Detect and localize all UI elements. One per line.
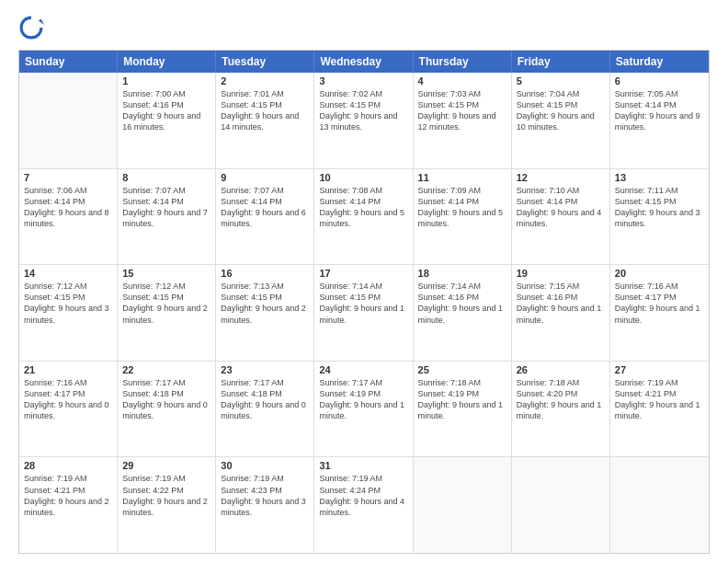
- day-header-friday: Friday: [512, 51, 610, 73]
- day-cell-15: 15Sunrise: 7:12 AM Sunset: 4:15 PM Dayli…: [118, 265, 216, 361]
- day-info: Sunrise: 7:07 AM Sunset: 4:14 PM Dayligh…: [221, 185, 309, 230]
- day-info: Sunrise: 7:14 AM Sunset: 4:16 PM Dayligh…: [418, 281, 506, 326]
- day-number: 12: [517, 172, 605, 183]
- day-info: Sunrise: 7:17 AM Sunset: 4:18 PM Dayligh…: [221, 377, 309, 422]
- day-info: Sunrise: 7:18 AM Sunset: 4:20 PM Dayligh…: [517, 377, 605, 422]
- day-info: Sunrise: 7:14 AM Sunset: 4:15 PM Dayligh…: [319, 281, 407, 326]
- day-number: 31: [319, 460, 407, 471]
- day-number: 25: [418, 364, 506, 375]
- day-info: Sunrise: 7:01 AM Sunset: 4:15 PM Dayligh…: [221, 88, 309, 133]
- day-cell-10: 10Sunrise: 7:08 AM Sunset: 4:14 PM Dayli…: [314, 169, 413, 265]
- day-cell-4: 4Sunrise: 7:03 AM Sunset: 4:15 PM Daylig…: [414, 73, 512, 168]
- day-cell-6: 6Sunrise: 7:05 AM Sunset: 4:14 PM Daylig…: [610, 73, 709, 168]
- day-info: Sunrise: 7:19 AM Sunset: 4:24 PM Dayligh…: [319, 473, 407, 518]
- day-cell-28: 28Sunrise: 7:19 AM Sunset: 4:21 PM Dayli…: [19, 457, 118, 553]
- day-cell-23: 23Sunrise: 7:17 AM Sunset: 4:18 PM Dayli…: [216, 362, 314, 457]
- day-number: 24: [319, 364, 407, 375]
- day-number: 2: [221, 75, 309, 86]
- day-number: 13: [615, 172, 704, 183]
- day-info: Sunrise: 7:12 AM Sunset: 4:15 PM Dayligh…: [24, 281, 112, 326]
- day-cell-2: 2Sunrise: 7:01 AM Sunset: 4:15 PM Daylig…: [216, 73, 314, 168]
- logo: [18, 15, 48, 40]
- empty-cell: [19, 73, 118, 168]
- calendar-week-1: 1Sunrise: 7:00 AM Sunset: 4:16 PM Daylig…: [19, 73, 709, 169]
- day-header-monday: Monday: [118, 51, 216, 73]
- day-number: 30: [221, 460, 309, 471]
- calendar-week-2: 7Sunrise: 7:06 AM Sunset: 4:14 PM Daylig…: [19, 169, 709, 266]
- day-info: Sunrise: 7:04 AM Sunset: 4:15 PM Dayligh…: [517, 88, 605, 133]
- day-info: Sunrise: 7:19 AM Sunset: 4:22 PM Dayligh…: [122, 473, 210, 518]
- day-info: Sunrise: 7:19 AM Sunset: 4:21 PM Dayligh…: [24, 473, 112, 518]
- empty-cell: [512, 457, 610, 553]
- day-number: 19: [517, 268, 605, 279]
- empty-cell: [414, 457, 512, 553]
- header: [18, 15, 710, 40]
- day-header-saturday: Saturday: [610, 51, 709, 73]
- day-number: 18: [418, 268, 506, 279]
- day-number: 29: [122, 460, 210, 471]
- day-cell-19: 19Sunrise: 7:15 AM Sunset: 4:16 PM Dayli…: [512, 265, 610, 361]
- day-info: Sunrise: 7:13 AM Sunset: 4:15 PM Dayligh…: [221, 281, 309, 326]
- calendar-week-5: 28Sunrise: 7:19 AM Sunset: 4:21 PM Dayli…: [19, 457, 709, 553]
- day-cell-26: 26Sunrise: 7:18 AM Sunset: 4:20 PM Dayli…: [512, 362, 610, 457]
- calendar-week-4: 21Sunrise: 7:16 AM Sunset: 4:17 PM Dayli…: [19, 362, 709, 458]
- day-cell-7: 7Sunrise: 7:06 AM Sunset: 4:14 PM Daylig…: [19, 169, 118, 265]
- day-number: 3: [319, 75, 407, 86]
- day-info: Sunrise: 7:16 AM Sunset: 4:17 PM Dayligh…: [24, 377, 112, 422]
- day-cell-30: 30Sunrise: 7:19 AM Sunset: 4:23 PM Dayli…: [216, 457, 314, 553]
- day-header-tuesday: Tuesday: [216, 51, 314, 73]
- day-info: Sunrise: 7:06 AM Sunset: 4:14 PM Dayligh…: [24, 185, 112, 230]
- day-number: 5: [517, 75, 605, 86]
- logo-icon: [18, 15, 44, 40]
- day-info: Sunrise: 7:10 AM Sunset: 4:14 PM Dayligh…: [517, 185, 605, 230]
- day-info: Sunrise: 7:17 AM Sunset: 4:18 PM Dayligh…: [122, 377, 210, 422]
- day-number: 28: [24, 460, 112, 471]
- day-cell-5: 5Sunrise: 7:04 AM Sunset: 4:15 PM Daylig…: [512, 73, 610, 168]
- day-cell-1: 1Sunrise: 7:00 AM Sunset: 4:16 PM Daylig…: [118, 73, 216, 168]
- day-cell-17: 17Sunrise: 7:14 AM Sunset: 4:15 PM Dayli…: [314, 265, 413, 361]
- day-cell-9: 9Sunrise: 7:07 AM Sunset: 4:14 PM Daylig…: [216, 169, 314, 265]
- day-number: 11: [418, 172, 506, 183]
- day-cell-12: 12Sunrise: 7:10 AM Sunset: 4:14 PM Dayli…: [512, 169, 610, 265]
- day-info: Sunrise: 7:17 AM Sunset: 4:19 PM Dayligh…: [319, 377, 407, 422]
- day-cell-18: 18Sunrise: 7:14 AM Sunset: 4:16 PM Dayli…: [414, 265, 512, 361]
- day-info: Sunrise: 7:12 AM Sunset: 4:15 PM Dayligh…: [122, 281, 210, 326]
- day-number: 15: [122, 268, 210, 279]
- day-number: 22: [122, 364, 210, 375]
- day-cell-11: 11Sunrise: 7:09 AM Sunset: 4:14 PM Dayli…: [414, 169, 512, 265]
- day-info: Sunrise: 7:02 AM Sunset: 4:15 PM Dayligh…: [319, 88, 407, 133]
- day-info: Sunrise: 7:03 AM Sunset: 4:15 PM Dayligh…: [418, 88, 506, 133]
- day-number: 9: [221, 172, 309, 183]
- day-info: Sunrise: 7:18 AM Sunset: 4:19 PM Dayligh…: [418, 377, 506, 422]
- day-header-sunday: Sunday: [19, 51, 118, 73]
- day-cell-13: 13Sunrise: 7:11 AM Sunset: 4:15 PM Dayli…: [610, 169, 709, 265]
- day-cell-27: 27Sunrise: 7:19 AM Sunset: 4:21 PM Dayli…: [610, 362, 709, 457]
- page: SundayMondayTuesdayWednesdayThursdayFrid…: [0, 0, 728, 563]
- day-info: Sunrise: 7:00 AM Sunset: 4:16 PM Dayligh…: [122, 88, 210, 133]
- day-cell-25: 25Sunrise: 7:18 AM Sunset: 4:19 PM Dayli…: [414, 362, 512, 457]
- day-info: Sunrise: 7:19 AM Sunset: 4:23 PM Dayligh…: [221, 473, 309, 518]
- day-cell-3: 3Sunrise: 7:02 AM Sunset: 4:15 PM Daylig…: [314, 73, 413, 168]
- empty-cell: [610, 457, 709, 553]
- day-cell-21: 21Sunrise: 7:16 AM Sunset: 4:17 PM Dayli…: [19, 362, 118, 457]
- day-info: Sunrise: 7:08 AM Sunset: 4:14 PM Dayligh…: [319, 185, 407, 230]
- day-number: 16: [221, 268, 309, 279]
- day-number: 1: [122, 75, 210, 86]
- day-number: 6: [615, 75, 704, 86]
- calendar-header: SundayMondayTuesdayWednesdayThursdayFrid…: [19, 51, 709, 73]
- day-header-wednesday: Wednesday: [314, 51, 413, 73]
- day-info: Sunrise: 7:15 AM Sunset: 4:16 PM Dayligh…: [517, 281, 605, 326]
- day-info: Sunrise: 7:09 AM Sunset: 4:14 PM Dayligh…: [418, 185, 506, 230]
- day-cell-24: 24Sunrise: 7:17 AM Sunset: 4:19 PM Dayli…: [314, 362, 413, 457]
- day-cell-8: 8Sunrise: 7:07 AM Sunset: 4:14 PM Daylig…: [118, 169, 216, 265]
- day-number: 17: [319, 268, 407, 279]
- day-number: 21: [24, 364, 112, 375]
- day-number: 23: [221, 364, 309, 375]
- day-number: 20: [615, 268, 704, 279]
- day-number: 14: [24, 268, 112, 279]
- calendar-week-3: 14Sunrise: 7:12 AM Sunset: 4:15 PM Dayli…: [19, 265, 709, 362]
- day-cell-14: 14Sunrise: 7:12 AM Sunset: 4:15 PM Dayli…: [19, 265, 118, 361]
- calendar: SundayMondayTuesdayWednesdayThursdayFrid…: [18, 50, 710, 554]
- svg-marker-0: [39, 19, 44, 25]
- day-number: 10: [319, 172, 407, 183]
